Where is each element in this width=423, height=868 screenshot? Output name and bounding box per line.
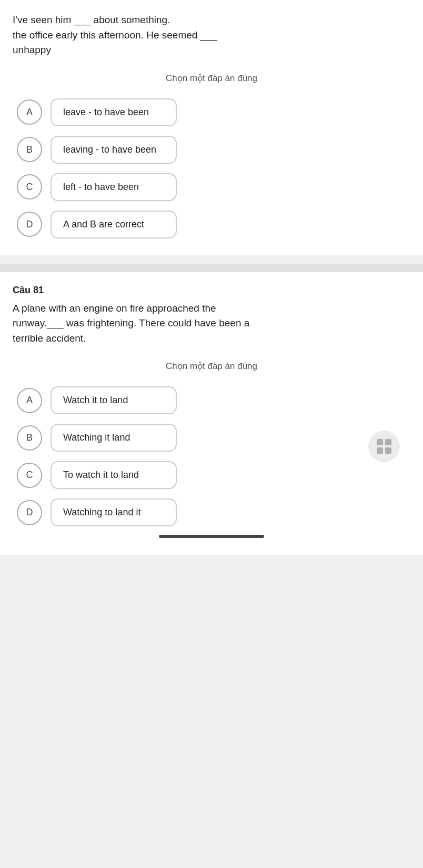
prev-choice-row-d: D A and B are correct xyxy=(17,211,410,238)
grid-cell-4 xyxy=(385,447,391,454)
q81-choice-circle-b[interactable]: B xyxy=(17,425,42,451)
prev-choice-box-d[interactable]: A and B are correct xyxy=(51,211,177,238)
grid-cell-2 xyxy=(385,439,391,445)
question81-label: Câu 81 xyxy=(13,285,410,296)
bottom-bar xyxy=(159,535,264,538)
section-divider xyxy=(0,264,423,272)
grid-cell-3 xyxy=(377,447,383,454)
q81-choice-box-b[interactable]: Watching it land xyxy=(51,424,177,452)
q81-choice-circle-a[interactable]: A xyxy=(17,388,42,413)
q81-choice-box-d[interactable]: Watching to land it xyxy=(51,498,177,526)
q81-choice-circle-d[interactable]: D xyxy=(17,500,42,525)
prev-choice-circle-b[interactable]: B xyxy=(17,137,42,162)
prev-text-line3: unhappy xyxy=(13,44,51,55)
prev-choice-row-a: A leave - to have been xyxy=(17,98,410,126)
page-wrapper: I've seen him ___ about something. the o… xyxy=(0,0,423,555)
q81-choice-circle-c[interactable]: C xyxy=(17,463,42,488)
q81-instruction: Chọn một đáp án đúng xyxy=(13,361,410,372)
prev-question-text: I've seen him ___ about something. the o… xyxy=(13,13,410,58)
prev-choice-box-b[interactable]: leaving - to have been xyxy=(51,136,177,164)
prev-text-line2: the office early this afternoon. He seem… xyxy=(13,29,217,41)
prev-choice-circle-a[interactable]: A xyxy=(17,99,42,125)
q81-text-line2: runway.___ was frightening. There could … xyxy=(13,317,249,328)
prev-choices-container: A leave - to have been B leaving - to ha… xyxy=(13,98,410,238)
q81-choices-container: A Watch it to land B Watching it land xyxy=(13,386,410,526)
prev-choice-row-b: B leaving - to have been xyxy=(17,136,410,164)
q81-choice-row-a: A Watch it to land xyxy=(17,386,410,414)
q81-choice-row-c: C To watch it to land xyxy=(17,461,410,489)
q81-choice-box-a[interactable]: Watch it to land xyxy=(51,386,177,414)
question81-text: A plane with an engine on fire approache… xyxy=(13,301,410,346)
prev-choice-box-a[interactable]: leave - to have been xyxy=(51,98,177,126)
q81-choice-box-c[interactable]: To watch it to land xyxy=(51,461,177,489)
prev-choice-box-c[interactable]: left - to have been xyxy=(51,173,177,201)
prev-instruction: Chọn một đáp án đúng xyxy=(13,73,410,84)
previous-question-section: I've seen him ___ about something. the o… xyxy=(0,0,423,255)
grid-cell-1 xyxy=(377,439,383,445)
prev-choice-row-c: C left - to have been xyxy=(17,173,410,201)
prev-choice-circle-c[interactable]: C xyxy=(17,174,42,199)
prev-text-line1: I've seen him ___ about something. xyxy=(13,14,170,25)
grid-icon xyxy=(368,431,400,462)
q81-text-line1: A plane with an engine on fire approache… xyxy=(13,303,216,314)
q81-choice-row-b: B Watching it land xyxy=(17,424,410,452)
prev-choice-circle-d[interactable]: D xyxy=(17,212,42,237)
question81-section: Câu 81 A plane with an engine on fire ap… xyxy=(0,272,423,555)
q81-text-line3: terrible accident. xyxy=(13,333,86,344)
q81-choice-row-d: D Watching to land it xyxy=(17,498,410,526)
